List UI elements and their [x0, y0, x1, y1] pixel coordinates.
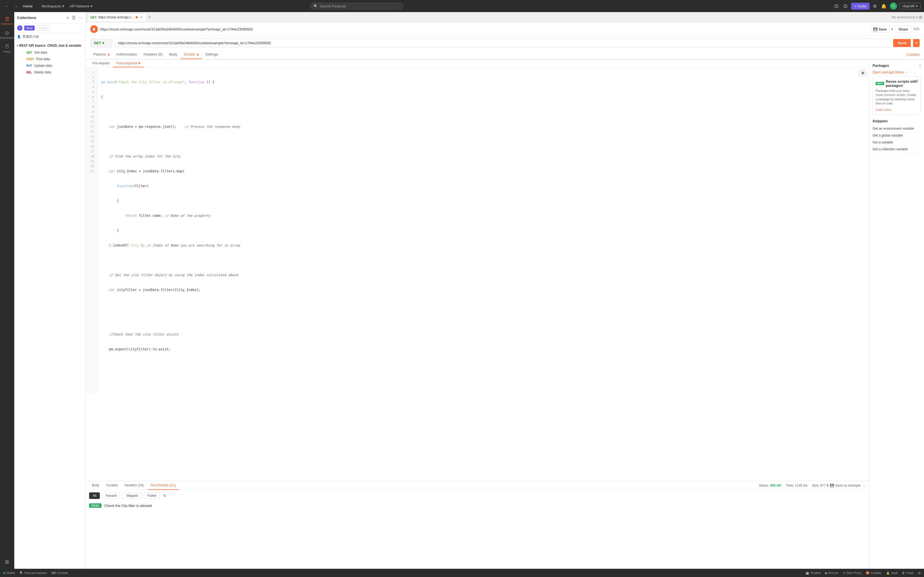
sidebar-item-collections[interactable]: ☰ Collections	[1, 14, 13, 27]
url-actions: 💾 Save ▾ Share </>	[870, 26, 919, 33]
package-learn-more-link[interactable]: Learn more.	[876, 108, 892, 111]
new-badge: NEW	[876, 82, 884, 85]
scripts-tab-label: Scripts	[184, 52, 195, 56]
postbot-item[interactable]: 🤖 Postbot	[806, 571, 821, 575]
more-response-options-button[interactable]: ···	[863, 484, 866, 488]
snippet-get-var[interactable]: Get a variable	[872, 139, 921, 146]
tab-body[interactable]: Body	[166, 50, 181, 59]
more-options-button[interactable]: ···	[78, 15, 83, 21]
save-as-example-button[interactable]: 💾 Save as example	[830, 484, 861, 487]
method-url-row: GET ▾ Send ▾	[86, 36, 924, 50]
code-editor[interactable]: 123456 789101112 131415161718 192021 pm.…	[86, 68, 869, 481]
resp-tab-body[interactable]: Body	[89, 481, 102, 490]
invite-label: Invite	[858, 4, 866, 8]
send-button[interactable]: Send	[893, 39, 911, 47]
bell-icon[interactable]: 🔔	[880, 2, 888, 10]
environment-selector[interactable]: No environment ▾	[892, 15, 918, 19]
filter-all-button[interactable]: All	[89, 492, 100, 499]
tab-settings[interactable]: Settings	[202, 50, 221, 59]
avatar-icon-2[interactable]: ⊙	[842, 2, 849, 10]
snippet-get-env-var[interactable]: Get an environment variable	[872, 125, 921, 132]
postbot-label: Postbot	[811, 571, 821, 575]
collection-item[interactable]: ▾ REST API basics: CRUD, test & variable	[14, 42, 86, 49]
code-view-button[interactable]: </>	[913, 27, 919, 32]
find-replace-item[interactable]: 🔍 Find and replace	[19, 571, 47, 575]
vault-item[interactable]: 🔒 Vault	[886, 571, 898, 575]
method-selector[interactable]: GET ▾	[90, 39, 112, 47]
share-button[interactable]: Share	[895, 26, 912, 33]
sidebar-item-environments[interactable]: ⊙ Environments	[1, 28, 13, 41]
cookies-status-item[interactable]: 🍪 Cookies	[866, 571, 882, 575]
snippet-get-global-var[interactable]: Get a global variable	[872, 132, 921, 139]
status-bar-right: 🤖 Postbot ▶ Runner ⊙ Start Proxy 🍪 Cooki…	[806, 571, 921, 575]
url-input[interactable]	[115, 39, 891, 47]
home-button[interactable]: Home	[21, 3, 34, 9]
editor-format-button[interactable]: ⚙	[859, 70, 867, 76]
trash-item[interactable]: 🗑 Trash	[902, 571, 914, 575]
add-tab-button[interactable]: +	[147, 14, 152, 20]
method-badge-del: DEL	[25, 71, 33, 74]
api-network-button[interactable]: API Network ▾	[68, 3, 94, 9]
packages-chevron-icon[interactable]: ›	[919, 63, 921, 68]
new-collection-button[interactable]: +	[65, 15, 69, 21]
filter-passed-button[interactable]: Passed	[102, 492, 120, 499]
avatar-icon-1[interactable]: ⊙	[833, 2, 840, 10]
team-avatar-initials: T	[19, 27, 21, 29]
response-actions: 💾 Save as example ···	[830, 484, 866, 488]
right-panel: Packages › Open package library → ✕ NEW …	[869, 60, 924, 569]
tab-params[interactable]: Params	[90, 50, 113, 59]
cookies-status-label: Cookies	[871, 571, 882, 575]
back-button[interactable]: ←	[3, 3, 10, 9]
workspaces-button[interactable]: Workspaces ▾	[40, 3, 66, 9]
runner-item[interactable]: ▶ Runner	[825, 571, 838, 575]
filter-failed-button[interactable]: Failed	[144, 492, 160, 499]
start-proxy-item[interactable]: ⊙ Start Proxy	[843, 571, 861, 575]
open-library-link[interactable]: Open package library →	[872, 70, 921, 74]
import-button[interactable]: Import	[36, 25, 50, 31]
tab-authorization[interactable]: Authorization	[113, 50, 140, 59]
filter-button[interactable]: ☰	[71, 14, 76, 21]
layout-toggle-button[interactable]: ⊞	[919, 15, 922, 20]
tree-item-del-data[interactable]: DEL Delete data	[14, 69, 86, 76]
save-button[interactable]: 💾 Save	[870, 26, 890, 33]
resp-tab-headers[interactable]: Headers (19)	[122, 481, 147, 490]
new-button[interactable]: New	[24, 26, 35, 31]
cookies-link[interactable]: Cookies	[907, 53, 919, 56]
console-item[interactable]: ⌨ Console	[52, 571, 68, 575]
tab-headers[interactable]: Headers (6)	[140, 50, 166, 59]
invite-button[interactable]: + Invite	[851, 3, 869, 10]
filter-skipped-button[interactable]: Skipped	[123, 492, 141, 499]
packages-heading: Packages	[872, 63, 889, 68]
snippet-get-collection-var[interactable]: Get a collection variable	[872, 146, 921, 153]
resp-tab-test-results[interactable]: Test Results (1/1)	[148, 481, 179, 490]
tree-item-post-data[interactable]: POST Post data	[14, 56, 86, 62]
team-row: T New Import	[14, 24, 86, 33]
tree-item-label: Post data	[36, 57, 50, 61]
pre-request-tab[interactable]: Pre-request	[89, 60, 113, 67]
history-label: History	[3, 50, 11, 53]
tab-scripts[interactable]: Scripts	[181, 50, 202, 59]
online-status[interactable]: Online	[3, 571, 15, 575]
refresh-button[interactable]: ↻	[162, 492, 168, 499]
tab-close-button[interactable]: ✕	[139, 15, 143, 19]
sidebar-item-history[interactable]: ⏱ History	[1, 42, 13, 55]
panel-title: Collections	[17, 16, 65, 20]
save-example-icon: 💾	[830, 484, 834, 487]
tree-item-get-data[interactable]: GET Get data	[14, 49, 86, 56]
send-dropdown-button[interactable]: ▾	[913, 39, 919, 47]
pass-badge: PASS	[89, 503, 102, 508]
search-bar[interactable]: 🔍 Search Postman	[310, 3, 404, 10]
upgrade-button[interactable]: Upgrade ▾	[899, 3, 921, 9]
package-card-close-button[interactable]: ✕	[916, 78, 919, 83]
active-tab[interactable]: GET https://mock.echoapi.c... ✕	[87, 13, 146, 21]
settings-icon[interactable]: ⚙	[872, 2, 878, 10]
grid-layout-item[interactable]: ⊞	[918, 571, 921, 575]
collection-name: REST API basics: CRUD, test & variable	[19, 44, 81, 48]
save-dropdown-button[interactable]: ▾	[891, 27, 893, 31]
post-response-tab[interactable]: Post-response	[113, 60, 144, 67]
tree-item-put-data[interactable]: PUT Update data	[14, 62, 86, 69]
forward-button[interactable]: →	[12, 3, 19, 9]
sidebar-item-apps[interactable]: ⊞	[1, 557, 13, 567]
user-avatar[interactable]: U	[890, 2, 897, 10]
resp-tab-cookies[interactable]: Cookies	[103, 481, 120, 490]
